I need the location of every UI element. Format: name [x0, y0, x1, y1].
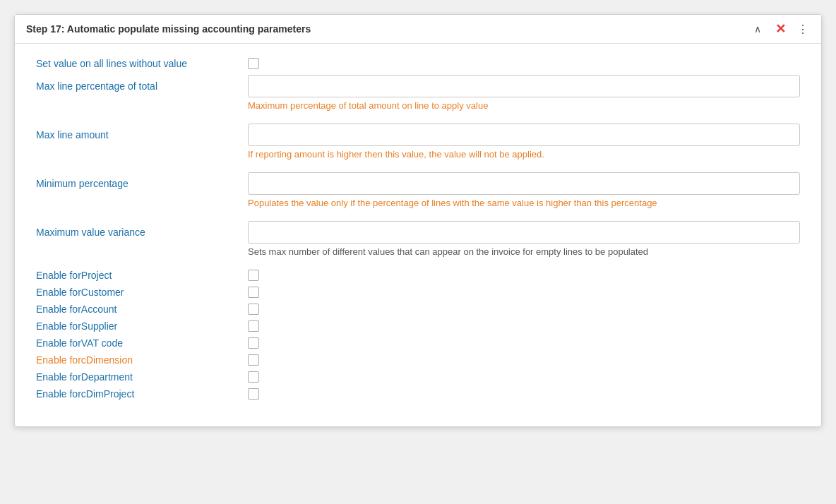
maximum-value-variance-input[interactable]: [248, 221, 800, 244]
enable-supplier-checkbox[interactable]: [248, 320, 259, 332]
enable-forc-dim-project-label: Enable forcDimProject: [36, 388, 248, 400]
title-bar: Step 17: Automatic populate missing acco…: [15, 15, 821, 44]
max-line-amount-row: Max line amount: [36, 124, 800, 146]
max-line-amount-wrapper: [248, 124, 800, 146]
max-line-percentage-input[interactable]: [248, 75, 800, 97]
minimum-percentage-row: Minimum percentage: [36, 172, 800, 195]
minimum-percentage-wrapper: [248, 172, 800, 195]
enable-customer-checkbox[interactable]: [248, 287, 259, 298]
enable-vat-label: Enable forVAT code: [36, 337, 248, 349]
enable-department-label: Enable forDepartment: [36, 371, 248, 383]
maximum-value-variance-wrapper: [248, 221, 800, 244]
title-bar-right: ∧ ✕ ⋮: [751, 22, 810, 36]
enable-vat-row: Enable forVAT code: [36, 337, 800, 349]
enable-account-checkbox[interactable]: [248, 304, 259, 315]
more-options-icon[interactable]: ⋮: [796, 22, 810, 36]
form-content: Set value on all lines without value Max…: [15, 44, 821, 426]
maximum-value-variance-row: Maximum value variance: [36, 221, 800, 244]
max-line-percentage-hint: Maximum percentage of total amount on li…: [248, 97, 800, 111]
title-bar-left: Step 17: Automatic populate missing acco…: [26, 23, 311, 35]
set-value-row: Set value on all lines without value: [36, 58, 800, 69]
enable-vat-checkbox[interactable]: [248, 337, 259, 349]
enable-department-row: Enable forDepartment: [36, 371, 800, 383]
enable-account-label: Enable forAccount: [36, 304, 248, 315]
maximum-value-variance-hint-row: Sets max number of different values that…: [36, 244, 800, 257]
max-line-percentage-row: Max line percentage of total: [36, 75, 800, 97]
enable-forc-dim-project-row: Enable forcDimProject: [36, 388, 800, 400]
enable-supplier-label: Enable forSupplier: [36, 320, 248, 332]
minimum-percentage-label: Minimum percentage: [36, 172, 248, 189]
enable-forc-dim-project-checkbox[interactable]: [248, 388, 259, 400]
enable-forc-dimension-label: Enable forcDimension: [36, 354, 248, 366]
enable-forc-dimension-row: Enable forcDimension: [36, 354, 800, 366]
enable-customer-label: Enable forCustomer: [36, 287, 248, 298]
max-line-amount-label: Max line amount: [36, 124, 248, 140]
set-value-label: Set value on all lines without value: [36, 58, 248, 69]
enable-project-row: Enable forProject: [36, 270, 800, 281]
max-line-amount-hint: If reporting amount is higher then this …: [248, 146, 800, 160]
max-line-percentage-hint-row: Maximum percentage of total amount on li…: [36, 97, 800, 111]
minimum-percentage-hint: Populates the value only if the percenta…: [248, 195, 800, 208]
maximum-value-variance-label: Maximum value variance: [36, 221, 248, 238]
set-value-checkbox[interactable]: [248, 58, 259, 69]
enable-project-checkbox[interactable]: [248, 270, 259, 281]
max-line-percentage-label: Max line percentage of total: [36, 75, 248, 92]
minimum-percentage-hint-row: Populates the value only if the percenta…: [36, 195, 800, 208]
close-icon[interactable]: ✕: [773, 22, 787, 36]
enable-customer-row: Enable forCustomer: [36, 287, 800, 298]
chevron-up-icon[interactable]: ∧: [751, 22, 765, 36]
max-line-amount-input[interactable]: [248, 124, 800, 146]
minimum-percentage-input[interactable]: [248, 172, 800, 195]
window-title: Step 17: Automatic populate missing acco…: [26, 23, 311, 35]
max-line-percentage-wrapper: [248, 75, 800, 97]
enable-project-label: Enable forProject: [36, 270, 248, 281]
max-line-amount-hint-row: If reporting amount is higher then this …: [36, 146, 800, 160]
enable-department-checkbox[interactable]: [248, 371, 259, 383]
maximum-value-variance-hint: Sets max number of different values that…: [248, 244, 800, 257]
enable-account-row: Enable forAccount: [36, 304, 800, 315]
enable-forc-dimension-checkbox[interactable]: [248, 354, 259, 366]
enable-supplier-row: Enable forSupplier: [36, 320, 800, 332]
main-window: Step 17: Automatic populate missing acco…: [14, 14, 822, 427]
